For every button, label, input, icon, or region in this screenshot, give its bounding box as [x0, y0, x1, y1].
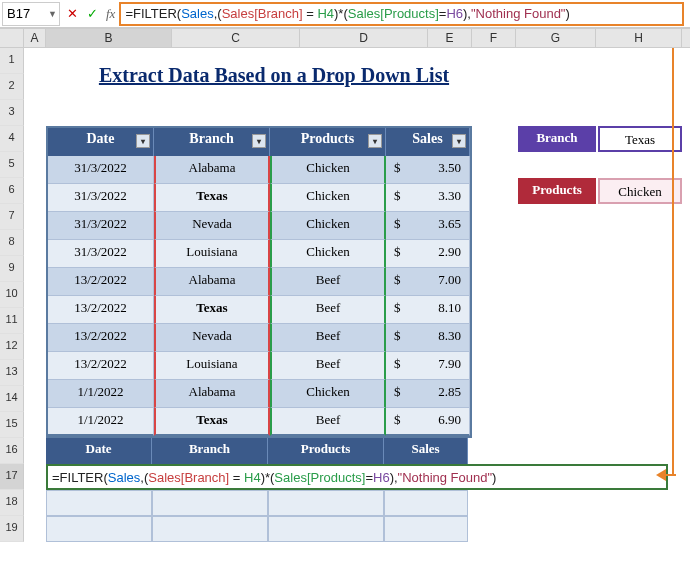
cell-product[interactable]: Beef [270, 352, 386, 380]
col-header-c[interactable]: C [172, 29, 300, 47]
cell-date[interactable]: 13/2/2022 [48, 324, 154, 352]
cell-branch[interactable]: Texas [154, 184, 270, 212]
result-header-row: Date Branch Products Sales [46, 438, 472, 464]
table-row[interactable]: 1/1/2022TexasBeef$6.90 [48, 408, 470, 436]
cell-branch[interactable]: Louisiana [154, 352, 270, 380]
select-all-cell[interactable] [0, 29, 24, 47]
col-header-d[interactable]: D [300, 29, 428, 47]
cell-sales[interactable]: $3.65 [386, 212, 470, 240]
cell-product[interactable]: Beef [270, 408, 386, 436]
cell-sales[interactable]: $3.30 [386, 184, 470, 212]
col-header-b[interactable]: B [46, 29, 172, 47]
cancel-icon[interactable]: ✕ [62, 6, 82, 21]
col-header-e[interactable]: E [428, 29, 472, 47]
cell-date[interactable]: 13/2/2022 [48, 352, 154, 380]
row-header[interactable]: 16 [0, 438, 24, 464]
cell-sales[interactable]: $2.85 [386, 380, 470, 408]
row-header[interactable]: 4 [0, 126, 24, 152]
header-products[interactable]: Products▾ [270, 128, 386, 156]
row-header[interactable]: 7 [0, 204, 24, 230]
cell-branch[interactable]: Nevada [154, 324, 270, 352]
cell-sales[interactable]: $7.90 [386, 352, 470, 380]
row-header[interactable]: 13 [0, 360, 24, 386]
row-header[interactable]: 6 [0, 178, 24, 204]
col-header-f[interactable]: F [472, 29, 516, 47]
table-row[interactable]: 31/3/2022TexasChicken$3.30 [48, 184, 470, 212]
cell-product[interactable]: Chicken [270, 212, 386, 240]
cell-sales[interactable]: $2.90 [386, 240, 470, 268]
col-header-h[interactable]: H [596, 29, 682, 47]
cell-branch[interactable]: Louisiana [154, 240, 270, 268]
row-header[interactable]: 3 [0, 100, 24, 126]
cell-branch[interactable]: Texas [154, 296, 270, 324]
cell-date[interactable]: 13/2/2022 [48, 268, 154, 296]
row-header[interactable]: 19 [0, 516, 24, 542]
cell-branch[interactable]: Alabama [154, 380, 270, 408]
header-sales[interactable]: Sales▾ [386, 128, 470, 156]
row-header[interactable]: 2 [0, 74, 24, 100]
table-row[interactable]: 13/2/2022AlabamaBeef$7.00 [48, 268, 470, 296]
row-header[interactable]: 9 [0, 256, 24, 282]
row-header[interactable]: 17 [0, 464, 24, 490]
cell-sales[interactable]: $8.10 [386, 296, 470, 324]
header-date[interactable]: Date▾ [48, 128, 154, 156]
fx-icon[interactable]: fx [106, 6, 115, 22]
table-row[interactable]: 1/1/2022AlabamaChicken$2.85 [48, 380, 470, 408]
row-header[interactable]: 11 [0, 308, 24, 334]
cell-branch[interactable]: Alabama [154, 156, 270, 184]
table-row[interactable]: 13/2/2022TexasBeef$8.10 [48, 296, 470, 324]
filter-icon[interactable]: ▾ [252, 134, 266, 148]
cell-date[interactable]: 31/3/2022 [48, 156, 154, 184]
active-cell-b17[interactable]: =FILTER(Sales,(Sales[Branch] = H4)*(Sale… [46, 464, 668, 490]
products-dropdown[interactable]: Chicken [598, 178, 682, 204]
cell-date[interactable]: 13/2/2022 [48, 296, 154, 324]
row-header[interactable]: 8 [0, 230, 24, 256]
confirm-icon[interactable]: ✓ [82, 6, 102, 21]
cell-sales[interactable]: $7.00 [386, 268, 470, 296]
cell-date[interactable]: 1/1/2022 [48, 380, 154, 408]
filter-icon[interactable]: ▾ [136, 134, 150, 148]
filter-icon[interactable]: ▾ [452, 134, 466, 148]
cell-product[interactable]: Chicken [270, 380, 386, 408]
products-label: Products [518, 178, 596, 204]
table-row[interactable]: 31/3/2022NevadaChicken$3.65 [48, 212, 470, 240]
cells-area[interactable]: Extract Data Based on a Drop Down List D… [24, 48, 690, 542]
cell-branch[interactable]: Alabama [154, 268, 270, 296]
cell-date[interactable]: 31/3/2022 [48, 184, 154, 212]
cell-date[interactable]: 31/3/2022 [48, 240, 154, 268]
spreadsheet-grid: 1 2 3 4 5 6 7 8 9 10 11 12 13 14 15 16 1… [0, 48, 690, 542]
row-header[interactable]: 5 [0, 152, 24, 178]
table-row[interactable]: 13/2/2022NevadaBeef$8.30 [48, 324, 470, 352]
row-header[interactable]: 10 [0, 282, 24, 308]
cell-product[interactable]: Chicken [270, 240, 386, 268]
col-header-g[interactable]: G [516, 29, 596, 47]
cell-product[interactable]: Beef [270, 268, 386, 296]
row-header[interactable]: 15 [0, 412, 24, 438]
row-header[interactable]: 18 [0, 490, 24, 516]
column-headers: A B C D E F G H [0, 28, 690, 48]
cell-sales[interactable]: $3.50 [386, 156, 470, 184]
col-header-a[interactable]: A [24, 29, 46, 47]
name-box[interactable]: B17 ▼ [2, 2, 60, 26]
chevron-down-icon[interactable]: ▼ [48, 9, 57, 19]
cell-sales[interactable]: $6.90 [386, 408, 470, 436]
cell-sales[interactable]: $8.30 [386, 324, 470, 352]
cell-date[interactable]: 31/3/2022 [48, 212, 154, 240]
cell-product[interactable]: Chicken [270, 184, 386, 212]
table-row[interactable]: 31/3/2022LouisianaChicken$2.90 [48, 240, 470, 268]
cell-product[interactable]: Chicken [270, 156, 386, 184]
formula-input[interactable]: =FILTER(Sales,(Sales[Branch] = H4)*(Sale… [119, 2, 684, 26]
table-row[interactable]: 13/2/2022LouisianaBeef$7.90 [48, 352, 470, 380]
cell-product[interactable]: Beef [270, 324, 386, 352]
header-branch[interactable]: Branch▾ [154, 128, 270, 156]
table-row[interactable]: 31/3/2022AlabamaChicken$3.50 [48, 156, 470, 184]
cell-branch[interactable]: Texas [154, 408, 270, 436]
row-header[interactable]: 14 [0, 386, 24, 412]
cell-product[interactable]: Beef [270, 296, 386, 324]
row-header[interactable]: 12 [0, 334, 24, 360]
cell-date[interactable]: 1/1/2022 [48, 408, 154, 436]
filter-icon[interactable]: ▾ [368, 134, 382, 148]
cell-branch[interactable]: Nevada [154, 212, 270, 240]
branch-dropdown[interactable]: Texas [598, 126, 682, 152]
row-header[interactable]: 1 [0, 48, 24, 74]
